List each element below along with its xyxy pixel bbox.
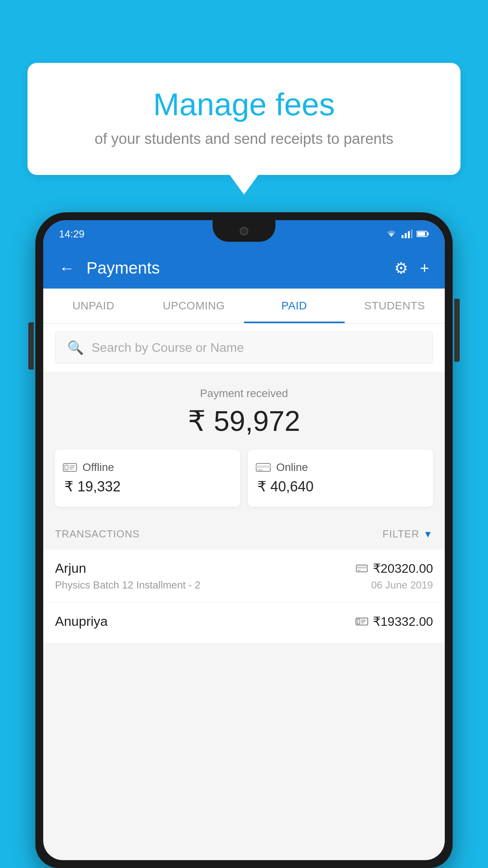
tab-students[interactable]: STUDENTS	[345, 289, 445, 323]
transaction-row-top: Arjun ₹20320.00	[55, 561, 433, 576]
status-time: 14:29	[59, 228, 84, 240]
online-card-header: Online	[256, 461, 425, 474]
svg-rect-19	[357, 619, 360, 623]
transaction-amount-row: ₹20320.00	[356, 561, 433, 576]
speech-bubble-title: Manage fees	[59, 86, 429, 123]
table-row[interactable]: Arjun ₹20320.00 Physics Batch 12 Install…	[43, 550, 445, 603]
search-icon: 🔍	[67, 340, 84, 355]
transaction-amount-row: ₹19332.00	[356, 614, 433, 629]
card-payment-icon	[356, 564, 368, 573]
tab-unpaid[interactable]: UNPAID	[43, 289, 144, 323]
transaction-name: Anupriya	[55, 614, 108, 629]
search-bar[interactable]: 🔍 Search by Course or Name	[55, 331, 433, 364]
transaction-detail: Physics Batch 12 Installment - 2	[55, 579, 200, 591]
notch	[213, 220, 275, 242]
svg-rect-14	[258, 469, 262, 471]
filter-icon: ▼	[423, 529, 433, 540]
payment-summary: Payment received ₹ 59,972	[43, 371, 445, 519]
svg-rect-8	[65, 465, 68, 470]
tab-paid[interactable]: PAID	[244, 289, 345, 323]
back-button[interactable]: ←	[59, 259, 75, 277]
svg-rect-2	[408, 231, 410, 238]
online-payment-card: Online ₹ 40,640	[248, 449, 433, 507]
signal-icon	[402, 230, 413, 238]
phone-outer: 14:29	[35, 212, 453, 868]
online-amount: ₹ 40,640	[256, 478, 425, 495]
credit-card-icon	[256, 462, 271, 473]
svg-rect-17	[358, 570, 361, 570]
camera-dot	[240, 227, 248, 235]
transaction-amount: ₹20320.00	[373, 561, 433, 576]
table-row[interactable]: Anupriya ₹19332.00	[43, 603, 445, 644]
offline-amount: ₹ 19,332	[63, 478, 232, 495]
speech-bubble: Manage fees of your students and send re…	[28, 63, 460, 175]
svg-rect-3	[411, 230, 413, 238]
svg-rect-1	[405, 233, 407, 238]
cash-payment-icon	[356, 617, 368, 626]
battery-icon	[416, 230, 429, 237]
svg-rect-16	[356, 566, 367, 568]
filter-button[interactable]: FILTER ▼	[383, 528, 433, 540]
search-input[interactable]: Search by Course or Name	[92, 340, 244, 355]
header-icons: ⚙ +	[394, 259, 429, 277]
speech-bubble-container: Manage fees of your students and send re…	[28, 63, 460, 175]
offline-label: Offline	[83, 461, 114, 474]
svg-rect-13	[256, 465, 270, 468]
online-label: Online	[276, 461, 308, 474]
svg-rect-6	[427, 232, 429, 235]
transactions-label: TRANSACTIONS	[55, 528, 140, 540]
phone-screen: 14:29	[43, 220, 445, 860]
filter-label: FILTER	[383, 528, 420, 540]
transaction-amount: ₹19332.00	[373, 614, 433, 629]
page-title: Payments	[86, 259, 382, 278]
payment-cards: Offline ₹ 19,332 Online	[55, 449, 433, 507]
status-bar: 14:29	[43, 220, 445, 248]
gear-icon[interactable]: ⚙	[394, 259, 408, 277]
payment-received-label: Payment received	[55, 387, 433, 400]
transactions-header: TRANSACTIONS FILTER ▼	[43, 519, 445, 550]
svg-rect-5	[417, 232, 425, 236]
app-header: ← Payments ⚙ +	[43, 248, 445, 289]
phone-container: 14:29	[35, 212, 453, 868]
transaction-row-bottom: Physics Batch 12 Installment - 2 06 June…	[55, 579, 433, 591]
svg-rect-0	[402, 235, 404, 238]
payment-total-amount: ₹ 59,972	[55, 405, 433, 438]
status-icons	[385, 230, 429, 238]
offline-payment-card: Offline ₹ 19,332	[55, 449, 240, 507]
cash-icon	[63, 462, 77, 473]
offline-card-header: Offline	[63, 461, 232, 474]
tabs-container: UNPAID UPCOMING PAID STUDENTS	[43, 289, 445, 324]
tab-upcoming[interactable]: UPCOMING	[144, 289, 244, 323]
wifi-icon	[385, 230, 398, 238]
add-button[interactable]: +	[420, 259, 429, 277]
speech-bubble-subtitle: of your students and send receipts to pa…	[59, 131, 429, 147]
transaction-row-top: Anupriya ₹19332.00	[55, 614, 433, 629]
search-container: 🔍 Search by Course or Name	[43, 324, 445, 371]
transaction-name: Arjun	[55, 561, 86, 576]
transaction-date: 06 June 2019	[371, 579, 433, 591]
